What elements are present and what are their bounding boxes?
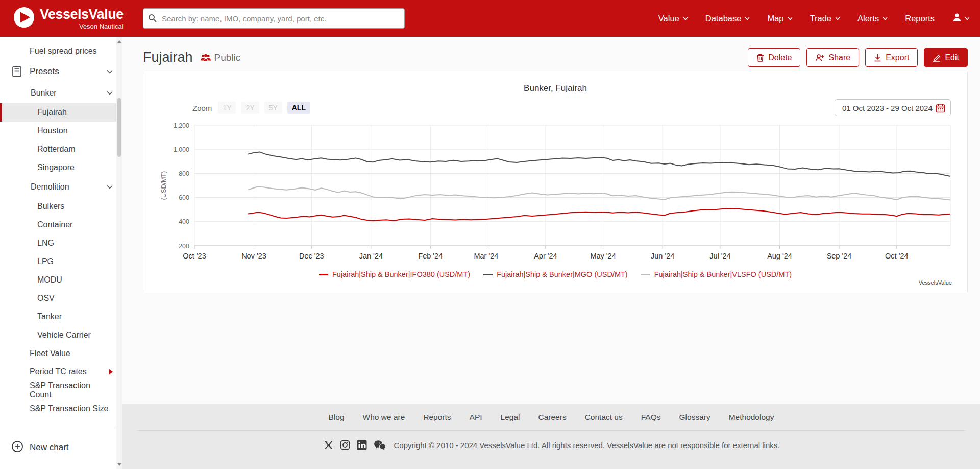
- sidebar-scrollbar: [116, 37, 122, 469]
- download-icon: [874, 54, 881, 62]
- sidebar-list: Fuel spread pricesPresetsBunkerFujairahH…: [0, 37, 122, 418]
- zoom-button-1y[interactable]: 1Y: [218, 102, 236, 114]
- legend-dash-icon: [641, 274, 650, 275]
- svg-text:1,200: 1,200: [174, 122, 189, 129]
- nav-item-map[interactable]: Map: [767, 14, 792, 24]
- sidebar-item-container[interactable]: Container: [0, 216, 122, 234]
- new-chart-button[interactable]: New chart: [0, 426, 122, 469]
- linkedin-icon[interactable]: [357, 440, 367, 450]
- zoom-button-2y[interactable]: 2Y: [241, 102, 259, 114]
- action-buttons: Delete Share Export Edit: [748, 48, 968, 67]
- scroll-down-arrow[interactable]: [116, 461, 122, 468]
- date-range-value: 01 Oct 2023 - 29 Oct 2024: [842, 104, 936, 112]
- sidebar-item-period-tc-rates[interactable]: Period TC rates: [0, 363, 122, 381]
- legend-item-ifo380-usd-mt[interactable]: Fujairah|Ship & Bunker|IFO380 (USD/MT): [319, 270, 470, 278]
- footer-link-careers[interactable]: Careers: [538, 413, 567, 422]
- top-nav: ValueDatabaseMapTradeAlertsReports: [658, 0, 970, 37]
- wechat-icon[interactable]: [374, 440, 386, 450]
- page-title: Fujairah: [143, 50, 193, 65]
- footer-link-faqs[interactable]: FAQs: [641, 413, 661, 422]
- zoom-buttons: 1Y2Y5YALL: [218, 103, 315, 112]
- footer-link-reports[interactable]: Reports: [423, 413, 451, 422]
- legend-item-mgo-usd-mt[interactable]: Fujairah|Ship & Bunker|MGO (USD/MT): [483, 270, 628, 278]
- sidebar-item-s-p-transaction-size[interactable]: S&P Transaction Size: [0, 400, 122, 418]
- legend-dash-icon: [319, 274, 328, 275]
- nav-item-value[interactable]: Value: [658, 14, 688, 24]
- account-menu[interactable]: [952, 12, 970, 25]
- share-button[interactable]: Share: [806, 48, 859, 67]
- sidebar-item-lpg[interactable]: LPG: [0, 252, 122, 271]
- main-content: Fujairah Public Delete Share Export Edit: [122, 37, 980, 469]
- sidebar-item-label: Vehicle Carrier: [37, 331, 91, 340]
- legend-item-vlsfo-usd-mt[interactable]: Fujairah|Ship & Bunker|VLSFO (USD/MT): [641, 270, 792, 278]
- sidebar-item-label: Fujairah: [37, 108, 67, 117]
- footer-link-blog[interactable]: Blog: [329, 413, 345, 422]
- nav-item-reports[interactable]: Reports: [905, 14, 935, 24]
- sidebar-item-bunker[interactable]: Bunker: [0, 83, 122, 103]
- sidebar-item-modu[interactable]: MODU: [0, 271, 122, 289]
- footer-link-who-we-are[interactable]: Who we are: [363, 413, 405, 422]
- trash-icon: [756, 54, 764, 62]
- footer-link-legal[interactable]: Legal: [501, 413, 520, 422]
- edit-button[interactable]: Edit: [924, 48, 968, 67]
- scrollbar-thumb[interactable]: [117, 98, 121, 157]
- person-plus-icon: [815, 54, 824, 62]
- zoom-button-5y[interactable]: 5Y: [264, 102, 282, 114]
- zoom-button-all[interactable]: ALL: [287, 102, 310, 114]
- sidebar-item-presets[interactable]: Presets: [0, 60, 122, 83]
- svg-text:Oct '23: Oct '23: [183, 252, 206, 260]
- sidebar-item-bulkers[interactable]: Bulkers: [0, 197, 122, 216]
- date-range-picker[interactable]: 01 Oct 2023 - 29 Oct 2024: [835, 99, 951, 116]
- sidebar-item-fuel-spread-prices[interactable]: Fuel spread prices: [0, 42, 122, 60]
- sidebar-item-label: Rotterdam: [37, 145, 76, 154]
- visibility-badge: Public: [200, 52, 241, 63]
- sidebar-item-fujairah[interactable]: Fujairah: [0, 103, 122, 122]
- footer-link-api[interactable]: API: [470, 413, 482, 422]
- export-button[interactable]: Export: [865, 48, 918, 67]
- global-search: [143, 8, 405, 29]
- pencil-icon: [933, 54, 941, 62]
- chart-watermark: VesselsValue: [919, 279, 952, 286]
- sidebar-item-label: S&P Transaction Size: [30, 404, 108, 413]
- svg-text:400: 400: [179, 218, 189, 225]
- sidebar-item-singapore[interactable]: Singapore: [0, 158, 122, 177]
- delete-button[interactable]: Delete: [748, 48, 800, 67]
- sidebar-item-lng[interactable]: LNG: [0, 234, 122, 252]
- sidebar-item-osv[interactable]: OSV: [0, 289, 122, 308]
- svg-text:Feb '24: Feb '24: [418, 252, 443, 260]
- search-input[interactable]: [143, 8, 405, 29]
- sidebar-item-s-p-transaction-count[interactable]: S&P Transaction Count: [0, 381, 122, 400]
- sidebar-item-label: Fuel spread prices: [30, 46, 97, 56]
- sidebar-item-demolition[interactable]: Demolition: [0, 177, 122, 197]
- sidebar-item-fleet-value[interactable]: Fleet Value: [0, 344, 122, 363]
- price-chart-svg: 2004006008001,0001,200Oct '23Nov '23Dec …: [143, 118, 967, 265]
- svg-text:800: 800: [179, 170, 189, 177]
- sidebar-item-rotterdam[interactable]: Rotterdam: [0, 140, 122, 158]
- scroll-up-arrow[interactable]: [116, 38, 122, 45]
- sidebar-item-label: Houston: [37, 126, 68, 135]
- brand-name: VesselsValue: [40, 8, 124, 21]
- nav-item-alerts[interactable]: Alerts: [857, 14, 888, 24]
- page-head: Fujairah Public Delete Share Export Edit: [143, 48, 968, 67]
- instagram-icon[interactable]: [340, 440, 350, 450]
- sidebar-item-tanker[interactable]: Tanker: [0, 308, 122, 326]
- sidebar-item-vehicle-carrier[interactable]: Vehicle Carrier: [0, 326, 122, 344]
- sidebar-item-label: Fleet Value: [30, 349, 70, 358]
- nav-item-trade[interactable]: Trade: [810, 14, 841, 24]
- footer-link-contact-us[interactable]: Contact us: [585, 413, 623, 422]
- chevron-down-icon: [788, 17, 793, 20]
- brand-logo[interactable]: VesselsValue Veson Nautical: [13, 7, 124, 30]
- zoom-label: Zoom: [192, 104, 212, 112]
- sidebar-item-label: S&P Transaction Count: [30, 381, 114, 400]
- legend-dash-icon: [483, 274, 493, 275]
- sidebar-item-houston[interactable]: Houston: [0, 122, 122, 140]
- x-twitter-icon[interactable]: [323, 440, 333, 450]
- footer-link-glossary[interactable]: Glossary: [679, 413, 710, 422]
- footer-links: BlogWho we areReportsAPILegalCareersCont…: [122, 404, 980, 422]
- sidebar-item-label: MODU: [37, 275, 62, 285]
- nav-item-database[interactable]: Database: [705, 14, 750, 24]
- svg-text:Jan '24: Jan '24: [359, 252, 383, 260]
- sidebar-item-label: Period TC rates: [30, 367, 87, 377]
- footer-link-methodology[interactable]: Methodology: [729, 413, 774, 422]
- chevron-down-icon: [965, 17, 970, 20]
